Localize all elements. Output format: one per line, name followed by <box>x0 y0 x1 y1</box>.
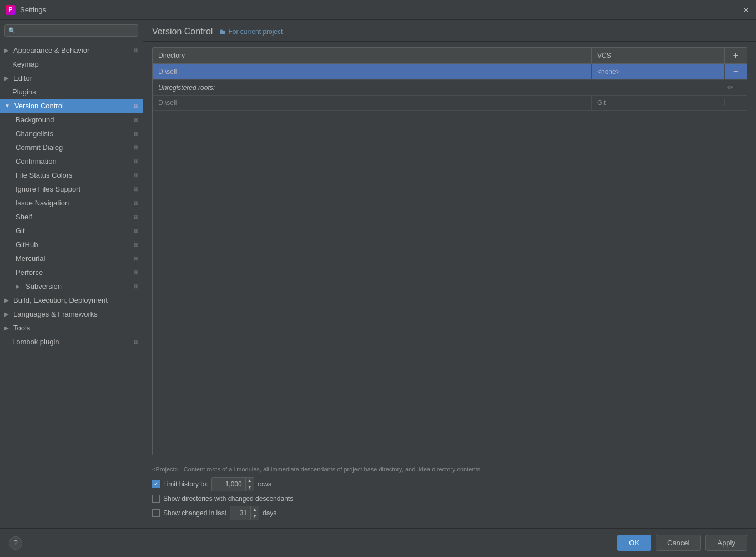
spin-down-button[interactable]: ▼ <box>251 513 259 520</box>
table-area: Directory VCS + D:\sell <none> <box>143 42 756 461</box>
for-current-project-link[interactable]: 🖿 For current project <box>219 28 283 36</box>
for-current-project-label: For current project <box>228 28 283 36</box>
page-icon: ⊞ <box>134 158 138 164</box>
page-icon: ⊞ <box>134 172 138 178</box>
edit-button[interactable]: ✏ <box>719 83 741 92</box>
spinner-buttons: ▲ ▼ <box>250 506 259 520</box>
sidebar-item-label: Tools <box>13 324 30 332</box>
sidebar-item-git[interactable]: Git ⊞ <box>0 224 143 238</box>
sidebar-item-label: Background <box>16 116 54 124</box>
sidebar-item-lombok[interactable]: Lombok plugin ⊞ <box>0 335 143 349</box>
sidebar-item-label: GitHub <box>16 240 38 249</box>
sidebar-item-label: Issue Navigation <box>16 199 69 207</box>
sidebar-item-build[interactable]: ▶ Build, Execution, Deployment <box>0 293 143 307</box>
sidebar-item-version-control[interactable]: ▼ Version Control ⊞ <box>0 99 143 113</box>
vcs-table: Directory VCS + D:\sell <none> <box>152 47 747 455</box>
arrow-icon: ▶ <box>4 297 9 303</box>
page-icon: ⊞ <box>134 269 138 275</box>
footer-left: ? <box>9 536 22 550</box>
show-changed-row: Show changed in last ▲ ▼ days <box>152 506 747 520</box>
sidebar-item-label: Editor <box>13 74 32 82</box>
search-input[interactable] <box>18 27 134 34</box>
table-body: D:\sell <none> − Unregistered roots: <box>153 64 747 455</box>
sidebar-nav: ▶ Appearance & Behavior ⊞ Keymap ▶ Edito… <box>0 41 143 528</box>
page-icon: ⊞ <box>134 186 138 192</box>
page-icon: ⊞ <box>134 339 138 345</box>
sidebar-item-label: File Status Colors <box>16 171 73 179</box>
sidebar-item-label: Shelf <box>16 213 32 221</box>
search-box[interactable]: 🔍 <box>4 24 138 37</box>
minus-icon: − <box>733 67 738 76</box>
sidebar-item-changelists[interactable]: Changelists ⊞ <box>0 127 143 140</box>
unregistered-section: Unregistered roots: ✏ D:\sell Git <box>153 80 747 111</box>
spin-down-button[interactable]: ▼ <box>246 484 254 491</box>
sidebar-item-ignore-files-support[interactable]: Ignore Files Support ⊞ <box>0 182 143 196</box>
sidebar-item-label: Build, Execution, Deployment <box>13 296 108 304</box>
show-changed-spinner[interactable]: ▲ ▼ <box>230 506 259 520</box>
limit-history-checkbox[interactable] <box>152 480 160 488</box>
table-row[interactable]: D:\sell <none> − <box>153 64 747 80</box>
limit-history-rows-label: rows <box>258 480 271 488</box>
page-icon: ⊞ <box>134 214 138 220</box>
show-directories-checkbox[interactable] <box>152 495 160 503</box>
settings-window: P Settings ✕ 🔍 ▶ Appearance & Behavior ⊞… <box>0 0 756 557</box>
show-directories-label: Show directories with changed descendant… <box>163 495 293 503</box>
sidebar-item-keymap[interactable]: Keymap <box>0 57 143 71</box>
sidebar-item-label: Plugins <box>4 88 36 96</box>
sidebar-item-appearance[interactable]: ▶ Appearance & Behavior ⊞ <box>0 43 143 57</box>
sidebar: 🔍 ▶ Appearance & Behavior ⊞ Keymap ▶ Edi… <box>0 20 143 528</box>
limit-history-input[interactable] <box>212 479 245 489</box>
limit-history-label: Limit history to: <box>163 480 208 488</box>
sidebar-item-github[interactable]: GitHub ⊞ <box>0 238 143 252</box>
footer: ? OK Cancel Apply <box>0 528 756 557</box>
main-panel: Version Control 🖿 For current project Di… <box>143 20 756 528</box>
sidebar-item-label: Mercurial <box>16 254 45 263</box>
sidebar-item-languages[interactable]: ▶ Languages & Frameworks <box>0 307 143 321</box>
sidebar-item-editor[interactable]: ▶ Editor <box>0 71 143 85</box>
unregistered-actions-cell <box>724 99 747 106</box>
page-icon: ⊞ <box>134 117 138 123</box>
show-changed-input[interactable] <box>230 508 250 518</box>
bottom-section: <Project> - Content roots of all modules… <box>143 461 756 528</box>
page-icon: ⊞ <box>134 131 138 137</box>
table-row[interactable]: D:\sell Git <box>153 96 747 111</box>
show-changed-checkbox[interactable] <box>152 509 160 517</box>
sidebar-item-plugins[interactable]: Plugins <box>0 85 143 99</box>
col-actions-header: + <box>724 48 747 63</box>
page-icon: ⊞ <box>134 144 138 150</box>
unregistered-directory-cell: D:\sell <box>153 96 591 110</box>
sidebar-item-subversion[interactable]: ▶ Subversion ⊞ <box>0 279 143 293</box>
sidebar-item-confirmation[interactable]: Confirmation ⊞ <box>0 154 143 168</box>
sidebar-item-mercurial[interactable]: Mercurial ⊞ <box>0 252 143 265</box>
sidebar-item-file-status-colors[interactable]: File Status Colors ⊞ <box>0 168 143 182</box>
sidebar-item-commit-dialog[interactable]: Commit Dialog ⊞ <box>0 140 143 154</box>
sidebar-item-issue-navigation[interactable]: Issue Navigation ⊞ <box>0 196 143 210</box>
app-icon: P <box>6 5 16 15</box>
cancel-button[interactable]: Cancel <box>656 535 701 551</box>
spin-up-button[interactable]: ▲ <box>251 506 259 513</box>
sidebar-item-label: Appearance & Behavior <box>13 46 89 54</box>
sidebar-item-label: Changelists <box>16 129 53 138</box>
help-button[interactable]: ? <box>9 536 22 550</box>
arrow-icon: ▶ <box>4 311 9 317</box>
sidebar-item-perforce[interactable]: Perforce ⊞ <box>0 265 143 279</box>
arrow-icon: ▶ <box>4 325 9 331</box>
page-icon: ⊞ <box>134 228 138 234</box>
close-button[interactable]: ✕ <box>742 6 750 14</box>
add-row-button[interactable]: + <box>733 51 738 60</box>
remove-button[interactable]: − <box>724 64 747 79</box>
spin-up-button[interactable]: ▲ <box>246 478 254 484</box>
arrow-icon: ▶ <box>16 283 20 289</box>
col-vcs-header: VCS <box>591 48 724 63</box>
sidebar-item-label: Subversion <box>26 282 62 290</box>
limit-history-spinner[interactable]: ▲ ▼ <box>211 477 254 491</box>
apply-button[interactable]: Apply <box>705 535 747 551</box>
sidebar-item-background[interactable]: Background ⊞ <box>0 113 143 127</box>
page-icon: ⊞ <box>134 283 138 289</box>
limit-history-row: Limit history to: ▲ ▼ rows <box>152 477 747 491</box>
sidebar-item-label: Lombok plugin <box>4 338 59 346</box>
unregistered-label: Unregistered roots: <box>158 84 215 92</box>
ok-button[interactable]: OK <box>617 535 651 551</box>
sidebar-item-tools[interactable]: ▶ Tools <box>0 321 143 335</box>
sidebar-item-shelf[interactable]: Shelf ⊞ <box>0 210 143 224</box>
